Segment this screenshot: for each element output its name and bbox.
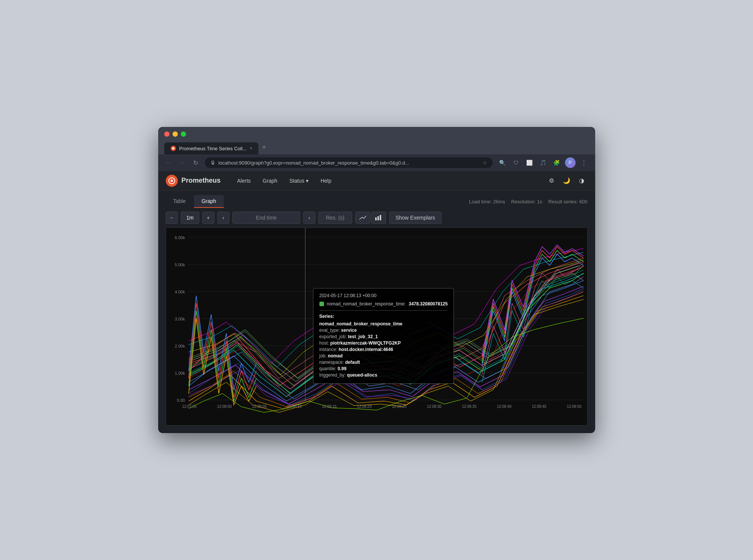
prometheus-logo-icon [168, 177, 176, 185]
line-chart-button[interactable] [355, 212, 370, 224]
prometheus-title: Prometheus [182, 177, 221, 185]
extension-icon-3[interactable]: ⬜ [524, 157, 535, 168]
duration-display: 1m [181, 212, 199, 224]
line-chart-icon [359, 215, 366, 220]
extension-icon-2[interactable]: 🛡 [511, 157, 521, 168]
svg-text:12:08:10: 12:08:10 [287, 404, 301, 409]
extension-icon-1[interactable]: 🔍 [497, 157, 508, 168]
tab-bar: Prometheus Time Series Coll... × + [164, 140, 589, 154]
show-exemplars-button[interactable]: Show Exemplars [389, 212, 441, 224]
resolution-input[interactable]: Res. (s) [318, 212, 352, 224]
svg-text:0.00: 0.00 [177, 398, 185, 403]
graph-controls: − 1m + ‹ End time › Res. (s) [158, 208, 595, 227]
svg-rect-9 [166, 228, 587, 424]
chart-svg: 6.00k 5.00k 4.00k 3.00k 2.00k 1.00k 0.00 [166, 228, 587, 424]
svg-rect-7 [377, 216, 379, 220]
svg-text:12:08:35: 12:08:35 [462, 404, 477, 409]
resolution: Resolution: 1s [511, 199, 542, 204]
browser-tab-active[interactable]: Prometheus Time Series Coll... × [164, 142, 258, 154]
close-button[interactable] [164, 131, 170, 137]
new-tab-button[interactable]: + [259, 140, 269, 154]
prev-time-button[interactable]: ‹ [217, 212, 229, 224]
menu-button[interactable]: ⋮ [579, 157, 589, 168]
minimize-button[interactable] [173, 131, 178, 137]
nav-graph[interactable]: Graph [257, 175, 283, 186]
svg-text:12:08:20: 12:08:20 [357, 404, 371, 409]
tab-graph[interactable]: Graph [194, 195, 224, 208]
extension-icon-5[interactable]: 🧩 [551, 157, 562, 168]
svg-text:12:08:30: 12:08:30 [427, 404, 441, 409]
topnav-right: ⚙ 🌙 ◑ [545, 175, 588, 187]
svg-text:12:07:55: 12:07:55 [182, 404, 197, 409]
extension-icon-4[interactable]: 🎵 [538, 157, 548, 168]
next-time-button[interactable]: › [303, 212, 315, 224]
browser-icons: 🔍 🛡 ⬜ 🎵 🧩 P ⋮ [497, 157, 589, 168]
load-time: Load time: 26ms [469, 199, 505, 204]
page-tabs: Table Graph [166, 195, 224, 208]
prometheus-logo [166, 175, 178, 187]
browser-window: Prometheus Time Series Coll... × + ← → ↻… [158, 127, 595, 433]
dropdown-arrow: ▾ [306, 178, 309, 184]
bar-chart-button[interactable] [371, 212, 386, 224]
zoom-out-button[interactable]: − [166, 212, 178, 224]
svg-text:12:08:45: 12:08:45 [532, 404, 546, 409]
svg-text:12:08:40: 12:08:40 [496, 404, 511, 409]
svg-rect-6 [375, 217, 377, 220]
user-avatar[interactable]: P [565, 157, 576, 168]
svg-text:2.00k: 2.00k [175, 344, 185, 348]
browser-chrome: Prometheus Time Series Coll... × + [158, 127, 595, 154]
prometheus-favicon [170, 145, 176, 151]
chart-type-group [355, 212, 386, 224]
nav-links: Alerts Graph Status ▾ Help [232, 175, 337, 186]
url-bar[interactable]: localhost:9090/graph?g0.expr=nomad_nomad… [205, 157, 493, 168]
settings-button[interactable]: ⚙ [545, 175, 557, 187]
svg-text:1.00k: 1.00k [175, 371, 185, 375]
svg-text:12:08:50: 12:08:50 [567, 404, 581, 409]
chart-container: 6.00k 5.00k 4.00k 3.00k 2.00k 1.00k 0.00 [166, 227, 588, 426]
url-text: localhost:9090/graph?g0.expr=nomad_nomad… [218, 160, 480, 166]
result-series: Result series: 600 [548, 199, 587, 204]
contrast-button[interactable]: ◑ [576, 175, 588, 187]
svg-text:12:08:05: 12:08:05 [252, 404, 267, 409]
maximize-button[interactable] [181, 131, 186, 137]
tab-table[interactable]: Table [166, 195, 193, 208]
svg-point-1 [172, 147, 174, 150]
svg-rect-3 [212, 163, 214, 165]
refresh-button[interactable]: ↻ [191, 158, 200, 167]
stats-bar: Load time: 26ms Resolution: 1s Result se… [469, 199, 588, 204]
bar-chart-icon [375, 215, 382, 220]
bookmark-icon[interactable]: ☆ [483, 160, 487, 166]
svg-text:12:08:25: 12:08:25 [392, 404, 406, 409]
nav-status[interactable]: Status ▾ [284, 175, 314, 186]
svg-text:6.00k: 6.00k [175, 235, 185, 240]
app-content: Prometheus Alerts Graph Status ▾ Help ⚙ … [158, 171, 595, 426]
nav-alerts[interactable]: Alerts [232, 175, 256, 186]
svg-text:12:08:15: 12:08:15 [322, 404, 336, 409]
svg-text:12:08:00: 12:08:00 [217, 404, 232, 409]
svg-rect-8 [380, 215, 381, 220]
lock-icon [210, 160, 215, 165]
zoom-in-button[interactable]: + [202, 212, 214, 224]
dark-mode-button[interactable]: 🌙 [561, 175, 573, 187]
traffic-lights [164, 131, 589, 137]
svg-point-5 [171, 180, 173, 182]
topnav: Prometheus Alerts Graph Status ▾ Help ⚙ … [158, 171, 595, 191]
svg-text:3.00k: 3.00k [175, 317, 185, 321]
address-bar: ← → ↻ localhost:9090/graph?g0.expr=nomad… [158, 154, 595, 171]
svg-text:5.00k: 5.00k [175, 262, 185, 267]
back-button[interactable]: ← [164, 158, 173, 167]
tab-section: Table Graph Load time: 26ms Resolution: … [158, 191, 595, 208]
tab-close-button[interactable]: × [250, 146, 252, 151]
tab-title: Prometheus Time Series Coll... [179, 146, 247, 151]
svg-text:4.00k: 4.00k [175, 290, 185, 294]
end-time-input[interactable]: End time [232, 212, 300, 224]
nav-help[interactable]: Help [315, 175, 337, 186]
forward-button[interactable]: → [178, 158, 187, 167]
